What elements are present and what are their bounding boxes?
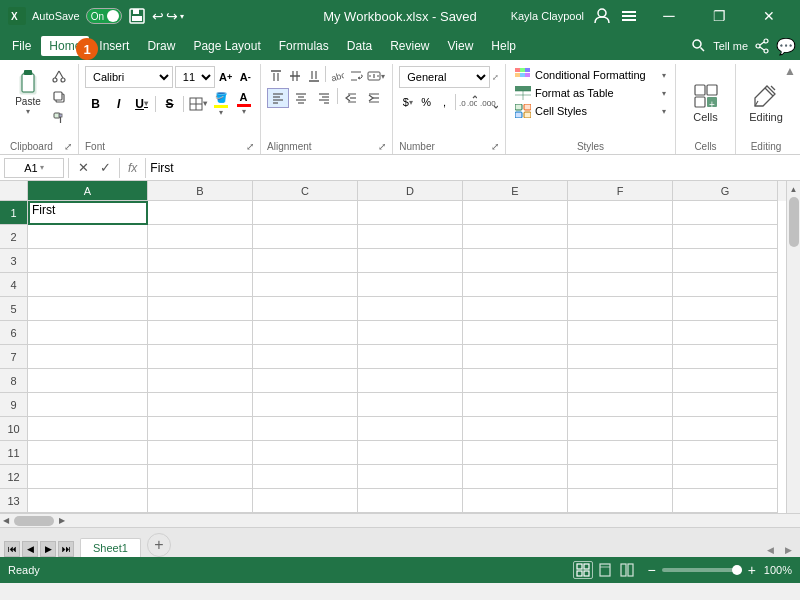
increase-font-size-button[interactable]: A+ (217, 67, 235, 87)
cell-A11[interactable] (28, 441, 148, 465)
cell-B11[interactable] (148, 441, 253, 465)
cell-C11[interactable] (253, 441, 358, 465)
row-number-10[interactable]: 10 (0, 417, 27, 441)
cell-G6[interactable] (673, 321, 778, 345)
cells-button[interactable]: + Cells (685, 79, 727, 127)
row-number-12[interactable]: 12 (0, 465, 27, 489)
menu-page-layout[interactable]: Page Layout (185, 36, 268, 56)
cell-D4[interactable] (358, 273, 463, 297)
search-icon[interactable] (691, 38, 707, 54)
cell-B10[interactable] (148, 417, 253, 441)
font-color-button[interactable]: A ▾ (233, 91, 254, 116)
col-header-B[interactable]: B (148, 181, 253, 201)
cell-C1[interactable] (253, 201, 358, 225)
cell-G11[interactable] (673, 441, 778, 465)
strikethrough-button[interactable]: S (159, 94, 180, 114)
cell-E7[interactable] (463, 345, 568, 369)
cell-E11[interactable] (463, 441, 568, 465)
cell-F13[interactable] (568, 489, 673, 513)
cell-D1[interactable] (358, 201, 463, 225)
page-layout-view-button[interactable] (595, 561, 615, 579)
col-header-E[interactable]: E (463, 181, 568, 201)
cell-A9[interactable] (28, 393, 148, 417)
cell-C2[interactable] (253, 225, 358, 249)
undo-button[interactable]: ↩ (152, 8, 164, 24)
cell-D7[interactable] (358, 345, 463, 369)
cell-C10[interactable] (253, 417, 358, 441)
decrease-indent-button[interactable] (340, 88, 362, 108)
cell-F12[interactable] (568, 465, 673, 489)
align-middle-button[interactable] (286, 66, 304, 86)
cell-A1[interactable]: First (28, 201, 148, 225)
add-sheet-button[interactable]: + (147, 533, 171, 557)
cell-F5[interactable] (568, 297, 673, 321)
bold-button[interactable]: B (85, 94, 106, 114)
cell-E12[interactable] (463, 465, 568, 489)
cell-D11[interactable] (358, 441, 463, 465)
cell-C8[interactable] (253, 369, 358, 393)
cell-D8[interactable] (358, 369, 463, 393)
increase-indent-button[interactable] (363, 88, 385, 108)
cell-A10[interactable] (28, 417, 148, 441)
cell-C7[interactable] (253, 345, 358, 369)
cell-styles-button[interactable]: Cell Styles ▾ (512, 102, 669, 120)
cell-F4[interactable] (568, 273, 673, 297)
cell-E1[interactable] (463, 201, 568, 225)
col-header-C[interactable]: C (253, 181, 358, 201)
row-number-1[interactable]: 1 (0, 201, 27, 225)
menu-review[interactable]: Review (382, 36, 437, 56)
cell-B13[interactable] (148, 489, 253, 513)
decrease-decimal-button[interactable]: .00.0 (479, 92, 499, 112)
underline-button[interactable]: U▾ (131, 94, 152, 114)
cell-G7[interactable] (673, 345, 778, 369)
cell-C5[interactable] (253, 297, 358, 321)
clipboard-expand-icon[interactable]: ⤢ (64, 141, 72, 152)
currency-button[interactable]: $▾ (399, 92, 416, 112)
sheet-nav-first[interactable]: ⏮ (4, 541, 20, 557)
formula-input[interactable] (150, 161, 796, 175)
cell-G2[interactable] (673, 225, 778, 249)
row-number-3[interactable]: 3 (0, 249, 27, 273)
format-as-table-button[interactable]: Format as Table ▾ (512, 84, 669, 102)
cell-A4[interactable] (28, 273, 148, 297)
cell-F2[interactable] (568, 225, 673, 249)
cell-B7[interactable] (148, 345, 253, 369)
editing-button[interactable]: Editing (741, 79, 791, 127)
cell-D13[interactable] (358, 489, 463, 513)
cell-reference-box[interactable]: A1 ▾ (4, 158, 64, 178)
restore-button[interactable]: ❐ (696, 0, 742, 32)
align-top-button[interactable] (267, 66, 285, 86)
sheet-nav-prev[interactable]: ◀ (22, 541, 38, 557)
cell-E6[interactable] (463, 321, 568, 345)
cell-A13[interactable] (28, 489, 148, 513)
menu-help[interactable]: Help (483, 36, 524, 56)
normal-view-button[interactable] (573, 561, 593, 579)
format-painter-button[interactable] (48, 108, 70, 128)
conditional-formatting-button[interactable]: Conditional Formatting ▾ (512, 66, 669, 84)
cell-D10[interactable] (358, 417, 463, 441)
close-button[interactable]: ✕ (746, 0, 792, 32)
cell-A7[interactable] (28, 345, 148, 369)
row-number-2[interactable]: 2 (0, 225, 27, 249)
italic-button[interactable]: I (108, 94, 129, 114)
ribbon-display-icon[interactable] (620, 7, 638, 25)
cell-A2[interactable] (28, 225, 148, 249)
page-break-view-button[interactable] (617, 561, 637, 579)
font-name-select[interactable]: Calibri (85, 66, 173, 88)
cell-F1[interactable] (568, 201, 673, 225)
cell-D12[interactable] (358, 465, 463, 489)
undo-redo-dropdown[interactable]: ▾ (180, 12, 184, 21)
col-header-D[interactable]: D (358, 181, 463, 201)
cell-A6[interactable] (28, 321, 148, 345)
cell-G9[interactable] (673, 393, 778, 417)
paste-dropdown[interactable]: ▾ (26, 107, 30, 116)
comma-button[interactable]: , (436, 92, 453, 112)
cell-D2[interactable] (358, 225, 463, 249)
align-bottom-button[interactable] (305, 66, 323, 86)
number-format-select[interactable]: General (399, 66, 490, 88)
h-scroll-left[interactable]: ◀ (0, 515, 12, 527)
increase-decimal-button[interactable]: .0.00 (458, 92, 478, 112)
row-number-9[interactable]: 9 (0, 393, 27, 417)
number-format-expand[interactable]: ⤢ (492, 73, 499, 82)
percent-button[interactable]: % (418, 92, 435, 112)
